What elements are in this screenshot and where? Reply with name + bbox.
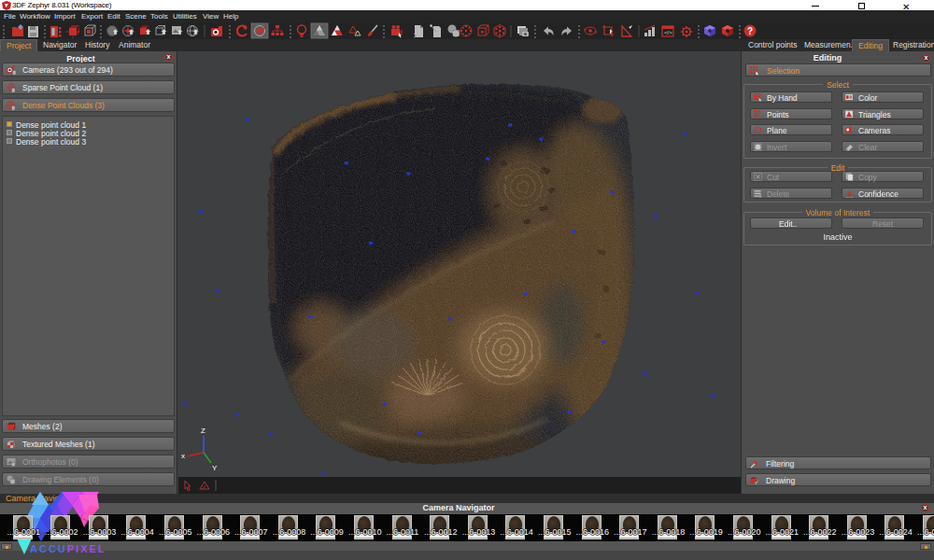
- svg-text:x: x: [181, 452, 185, 460]
- svg-text:?: ?: [747, 26, 753, 36]
- svg-text:</>: </>: [664, 30, 672, 35]
- svg-text:ACCUPIXEL: ACCUPIXEL: [30, 543, 106, 554]
- svg-text:Z: Z: [201, 427, 205, 435]
- svg-text:Y: Y: [212, 464, 218, 472]
